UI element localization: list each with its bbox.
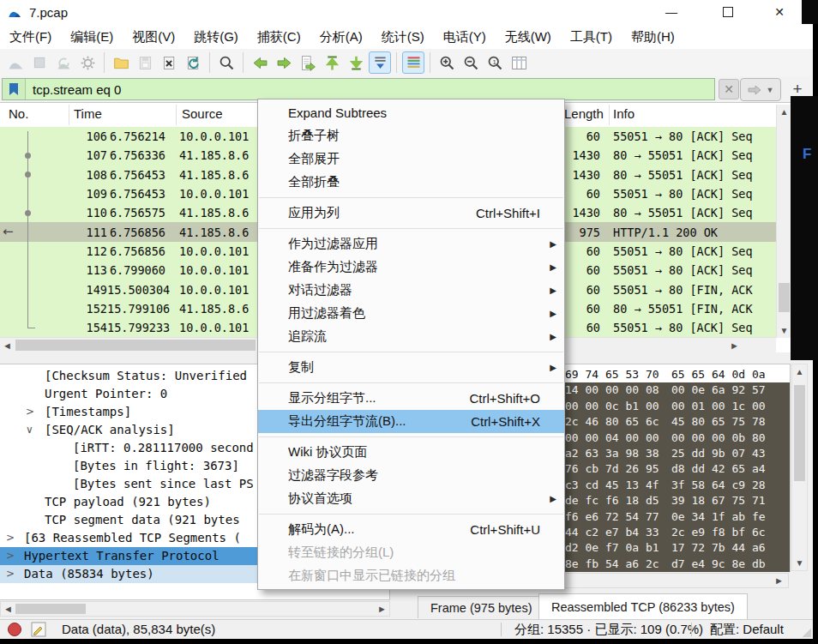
- menubar-item[interactable]: 帮助(H): [622, 24, 684, 49]
- chevron-collapsed-icon[interactable]: >: [6, 565, 15, 583]
- auto-scroll-button[interactable]: [369, 51, 391, 74]
- cell-src: 41.185.8.6: [179, 302, 261, 316]
- expert-info-icon[interactable]: [7, 622, 22, 637]
- context-menu-item[interactable]: 追踪流▶: [258, 325, 564, 348]
- context-menu-item[interactable]: 准备作为过滤器▶: [258, 256, 564, 279]
- context-menu-item[interactable]: Wiki 协议页面: [258, 441, 564, 464]
- menubar-item[interactable]: 分析(A): [310, 24, 372, 49]
- reload-button[interactable]: [182, 51, 204, 74]
- menubar-item[interactable]: 捕获(C): [248, 24, 310, 49]
- column-header-source[interactable]: Source: [182, 106, 255, 121]
- context-menu-item[interactable]: 全部折叠: [258, 171, 564, 194]
- capture-restart-button[interactable]: [52, 51, 75, 74]
- zoom-out-button[interactable]: [460, 51, 482, 74]
- column-header-time[interactable]: Time: [74, 106, 159, 121]
- menubar-item[interactable]: 编辑(E): [61, 24, 123, 49]
- scroll-right-icon[interactable]: ►: [772, 574, 786, 587]
- context-menu-item[interactable]: 导出分组字节流(B)...Ctrl+Shift+X: [258, 410, 564, 433]
- colorize-button[interactable]: [402, 51, 424, 74]
- find-packet-button[interactable]: [215, 51, 238, 74]
- minimize-button[interactable]: —: [652, 0, 691, 24]
- column-header-no[interactable]: No.: [9, 106, 60, 121]
- filter-bookmark-icon[interactable]: [3, 79, 26, 99]
- scroll-thumb[interactable]: [779, 283, 790, 312]
- resize-columns-button[interactable]: [508, 51, 530, 74]
- scroll-thumb[interactable]: [794, 385, 805, 481]
- cell-time: 6.799060: [107, 263, 165, 277]
- context-menu-item[interactable]: Expand Subtrees: [258, 101, 564, 124]
- go-to-packet-button[interactable]: [297, 51, 319, 74]
- go-back-button[interactable]: [249, 51, 271, 74]
- menubar-item[interactable]: 文件(F): [0, 24, 61, 49]
- context-menu-item[interactable]: 用过滤器着色▶: [258, 302, 564, 325]
- chevron-expanded-icon[interactable]: ∨: [26, 421, 33, 439]
- context-menu-item[interactable]: 协议首选项▶: [258, 487, 564, 510]
- open-file-button[interactable]: [110, 51, 132, 74]
- cell-no: 154: [39, 321, 107, 334]
- filter-apply-button[interactable]: ▼: [740, 78, 781, 101]
- capture-options-button[interactable]: [76, 51, 99, 74]
- context-menu-item[interactable]: 对话过滤器▶: [258, 279, 564, 302]
- hex-bytes-right: d7 e4 9c 8e db: [671, 557, 766, 570]
- menubar-item[interactable]: 视图(V): [123, 24, 184, 49]
- detail-hscrollbar[interactable]: ◄ ►: [0, 601, 390, 617]
- filter-clear-icon[interactable]: ✕: [719, 79, 739, 99]
- close-button[interactable]: ✕: [760, 0, 799, 24]
- chevron-collapsed-icon[interactable]: >: [26, 403, 34, 421]
- scroll-right-icon[interactable]: ►: [727, 338, 742, 353]
- hex-bytes-left: a2 63 3a 98 38: [565, 447, 659, 460]
- menubar-item[interactable]: 统计(S): [372, 24, 434, 49]
- scroll-thumb[interactable]: [15, 604, 86, 614]
- context-menu-item[interactable]: 复制▶: [258, 356, 564, 379]
- context-menu-item[interactable]: 显示分组字节...Ctrl+Shift+O: [258, 387, 564, 410]
- scroll-up-icon[interactable]: ▲: [792, 364, 807, 379]
- filter-dropdown-icon[interactable]: ▼: [767, 86, 774, 94]
- go-forward-button[interactable]: [273, 51, 295, 74]
- context-menu-item[interactable]: 应用为列Ctrl+Shift+I: [258, 202, 564, 225]
- scroll-down-icon[interactable]: ▼: [792, 556, 807, 570]
- context-menu-item[interactable]: 过滤器字段参考: [258, 464, 564, 487]
- scroll-thumb[interactable]: [15, 340, 256, 351]
- go-first-button[interactable]: [321, 51, 343, 74]
- go-to-packet-icon: [299, 54, 317, 72]
- close-file-button[interactable]: [158, 51, 180, 74]
- resize-grip[interactable]: [801, 627, 811, 637]
- menubar-item[interactable]: 电话(Y): [434, 24, 496, 49]
- chevron-collapsed-icon[interactable]: >: [6, 529, 15, 547]
- display-filter-input[interactable]: tcp.stream eq 0: [2, 78, 715, 100]
- context-menu-item[interactable]: 折叠子树: [258, 124, 564, 147]
- capture-comment-icon[interactable]: [31, 622, 46, 637]
- scroll-down-icon[interactable]: ▼: [777, 323, 791, 338]
- capture-start-button[interactable]: [4, 51, 27, 74]
- packet-list-vscrollbar[interactable]: ▲ ▼: [776, 105, 791, 338]
- byte-tab[interactable]: Frame (975 bytes): [418, 596, 544, 618]
- zoom-original-button[interactable]: 1: [484, 51, 506, 74]
- byte-tab[interactable]: Reassembled TCP (86233 bytes): [538, 593, 748, 619]
- go-last-button[interactable]: [345, 51, 367, 74]
- context-menu-item[interactable]: 全部展开: [258, 147, 564, 171]
- zoom-in-button[interactable]: [436, 51, 458, 74]
- status-profile[interactable]: 配置: Default: [710, 622, 784, 638]
- wireshark-logo-icon: [7, 4, 22, 20]
- capture-stop-button[interactable]: [28, 51, 51, 74]
- menubar-item[interactable]: 跳转(G): [184, 24, 248, 49]
- chevron-collapsed-icon[interactable]: >: [6, 547, 15, 565]
- save-file-button[interactable]: [134, 51, 156, 74]
- related-packet-marker: [0, 299, 39, 318]
- maximize-button[interactable]: [708, 0, 748, 24]
- menubar-item[interactable]: 无线(W): [496, 24, 561, 49]
- scroll-left-icon[interactable]: ◄: [0, 338, 15, 353]
- bytes-vscrollbar[interactable]: ▲ ▼: [791, 364, 808, 571]
- menubar-item[interactable]: 工具(T): [561, 24, 622, 49]
- status-bar: Data (data), 85,834 byte(s) 分组: 15355 · …: [0, 619, 813, 639]
- menu-item-label: 显示分组字节...: [288, 390, 469, 406]
- open-file-icon: [112, 54, 130, 72]
- column-header-info[interactable]: Info: [613, 106, 716, 121]
- scroll-up-icon[interactable]: ▲: [777, 105, 791, 119]
- context-menu-item[interactable]: 作为过滤器应用▶: [258, 232, 564, 256]
- zoom-out-icon: [462, 54, 480, 72]
- column-header-length[interactable]: Length: [564, 106, 604, 121]
- scroll-right-icon[interactable]: ►: [375, 602, 389, 616]
- scroll-left-icon[interactable]: ◄: [1, 602, 15, 616]
- context-menu-item[interactable]: 解码为(A)...Ctrl+Shift+U: [258, 518, 564, 541]
